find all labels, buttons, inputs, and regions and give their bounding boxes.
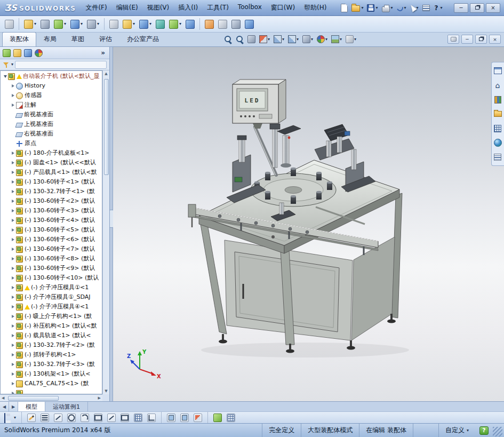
tree-item-front-plane[interactable]: 前视基准面 — [1, 110, 102, 120]
scrollbar-thumb[interactable] — [104, 79, 109, 175]
grid-snap-button[interactable] — [132, 412, 144, 423]
tree-horizontal-scrollbar[interactable]: ◀ ▶ — [0, 394, 102, 401]
linear-component-pattern-button[interactable]: ▾ — [52, 19, 68, 30]
doc-window-menu-button[interactable] — [447, 35, 459, 44]
expand-arrow-icon[interactable] — [10, 200, 16, 203]
tab-evaluate[interactable]: 评估 — [92, 32, 119, 46]
tab-layout[interactable]: 布局 — [36, 32, 64, 46]
tree-item[interactable]: (-) 补压机构<1> (默认<默 — [1, 321, 102, 331]
expand-arrow-icon[interactable] — [10, 238, 16, 241]
save-button[interactable]: ▾ — [365, 3, 379, 13]
window-minimize-button[interactable]: ─ — [454, 3, 468, 13]
tree-item[interactable]: (-) 130-60转子<5> (默认 — [1, 225, 102, 235]
tree-item[interactable]: (-) 介子冲压模具④<1 — [1, 302, 102, 312]
tree-item-history[interactable]: History — [1, 81, 102, 91]
doc-minimize-button[interactable]: ─ — [461, 35, 473, 44]
section-view-button[interactable]: ▾ — [258, 34, 271, 44]
scrollbar-thumb[interactable] — [8, 396, 59, 401]
options-button[interactable] — [421, 4, 431, 12]
expand-arrow-icon[interactable] — [10, 353, 16, 356]
view-orientation-button[interactable]: ▾ — [273, 34, 285, 44]
menu-help[interactable]: 帮助(H) — [300, 1, 331, 15]
filter-funnel-icon[interactable] — [3, 61, 10, 68]
tree-item[interactable]: (-) 抓转子机构<1> — [1, 350, 102, 360]
tab-office-products[interactable]: 办公室产品 — [119, 32, 166, 46]
tab-model[interactable]: 模型 — [18, 402, 45, 411]
filter-input[interactable] — [15, 61, 107, 69]
window-close-button[interactable]: × — [486, 3, 500, 13]
trim-entities-button[interactable] — [106, 412, 117, 423]
tree-item[interactable]: (-) 130-60转子<8> (默认 — [1, 254, 102, 264]
move-component-button[interactable]: ▾ — [85, 19, 101, 30]
help-button[interactable]: ?▾ — [432, 3, 444, 13]
insert-components-button[interactable]: ▾ — [22, 19, 38, 30]
large-assembly-mode-button[interactable] — [243, 19, 255, 30]
tree-item[interactable]: (-) 130-32.7转子<1> (默 — [1, 187, 102, 196]
expand-arrow-icon[interactable] — [10, 104, 16, 107]
shaded-with-edges-button[interactable] — [179, 412, 190, 423]
tree-item[interactable]: (-) 130-60转子<10> (默认 — [1, 273, 102, 283]
selection-filter-button[interactable] — [212, 412, 223, 423]
menu-insert[interactable]: 插入(I) — [174, 1, 202, 15]
assembly-features-button[interactable]: ▾ — [121, 19, 137, 30]
undo-button[interactable]: ▾ — [395, 4, 408, 12]
expand-arrow-icon[interactable] — [10, 257, 16, 260]
tree-item[interactable]: (-) 载具轨道<1> (默认< — [1, 331, 102, 340]
instant3d-button[interactable] — [203, 19, 215, 30]
menu-file[interactable]: 文件(F) — [81, 1, 111, 15]
menu-tools[interactable]: 工具(T) — [203, 1, 233, 15]
tab-motion-study-1[interactable]: 运动算例1 — [45, 402, 88, 411]
doc-restore-button[interactable] — [475, 35, 487, 44]
tree-item[interactable]: (-) 130-60转子<6> (默认 — [1, 235, 102, 244]
tree-item[interactable]: (-) 产品载具<1> (默认<默 — [1, 168, 102, 177]
expand-arrow-icon[interactable] — [10, 84, 16, 88]
appearances-scenes-button[interactable] — [492, 137, 503, 149]
tree-item[interactable]: (-) 130-32.7转子<2> (默 — [1, 340, 102, 350]
tree-item-origin[interactable]: 原点 — [1, 139, 102, 148]
apply-scene-button[interactable]: ▾ — [330, 34, 343, 44]
customize-dropdown[interactable]: 自定义▾ — [438, 424, 475, 437]
smart-dimension-button[interactable] — [39, 412, 51, 423]
tree-item[interactable]: (-) 130-32.7转子<3> (默 — [1, 360, 102, 369]
previous-view-button[interactable] — [246, 34, 257, 44]
tree-root-item[interactable]: 自动装介子机 (默认<默认_显 — [1, 71, 102, 81]
mirror-entities-button[interactable] — [119, 412, 131, 423]
feature-manager-tree-icon[interactable] — [3, 49, 11, 57]
expand-arrow-icon[interactable] — [2, 75, 8, 78]
new-document-button[interactable] — [339, 3, 349, 13]
isometric-view-button[interactable] — [165, 412, 177, 423]
expand-arrow-icon[interactable] — [10, 267, 16, 270]
tab-assembly[interactable]: 装配体 — [2, 32, 36, 46]
menu-view[interactable]: 视图(V) — [143, 1, 174, 15]
property-manager-icon[interactable] — [13, 49, 21, 57]
display-style-button[interactable]: ▾ — [287, 34, 300, 44]
expand-arrow-icon[interactable] — [10, 248, 16, 251]
design-library-button[interactable] — [492, 93, 503, 106]
expand-arrow-icon[interactable] — [10, 171, 16, 174]
mate-button[interactable] — [39, 19, 51, 30]
display-manager-icon[interactable] — [35, 49, 43, 57]
expand-arrow-icon[interactable] — [10, 344, 16, 347]
expand-arrow-icon[interactable] — [10, 324, 16, 328]
resize-grip[interactable] — [493, 427, 502, 436]
graphics-viewport[interactable]: LED X Y Z ⌂ — [113, 47, 504, 401]
tree-vertical-scrollbar[interactable]: ▲ ▼ — [102, 70, 109, 394]
tree-item[interactable]: (-) 圆盘<1> (默认<<默认 — [1, 158, 102, 168]
expand-arrow-icon[interactable] — [10, 219, 16, 222]
line-button[interactable] — [52, 412, 64, 423]
tree-item[interactable]: (-) 130-60转子<3> (默认 — [1, 206, 102, 216]
model-3d-view[interactable]: LED X Y Z — [113, 47, 504, 401]
expand-arrow-icon[interactable] — [10, 152, 16, 155]
scroll-right-icon[interactable]: ▶ — [98, 396, 101, 400]
tree-item[interactable]: (-) 130-60转子<1> (默认 — [1, 177, 102, 187]
menu-toolbox[interactable]: Toolbox — [234, 1, 266, 15]
tree-item-annotations[interactable]: 注解 — [1, 100, 102, 110]
scroll-up-icon[interactable]: ▲ — [105, 71, 107, 76]
tree-item[interactable]: (-) 吸上介子机构<1> (默 — [1, 312, 102, 321]
expand-arrow-icon[interactable] — [10, 94, 16, 97]
expand-arrow-icon[interactable] — [10, 286, 16, 289]
file-explorer-button[interactable] — [492, 108, 503, 120]
new-motion-study-button[interactable] — [154, 19, 166, 30]
tree-item[interactable]: (-) 介子冲压模具①<1 — [1, 283, 102, 292]
rectangle-button[interactable] — [92, 412, 104, 423]
